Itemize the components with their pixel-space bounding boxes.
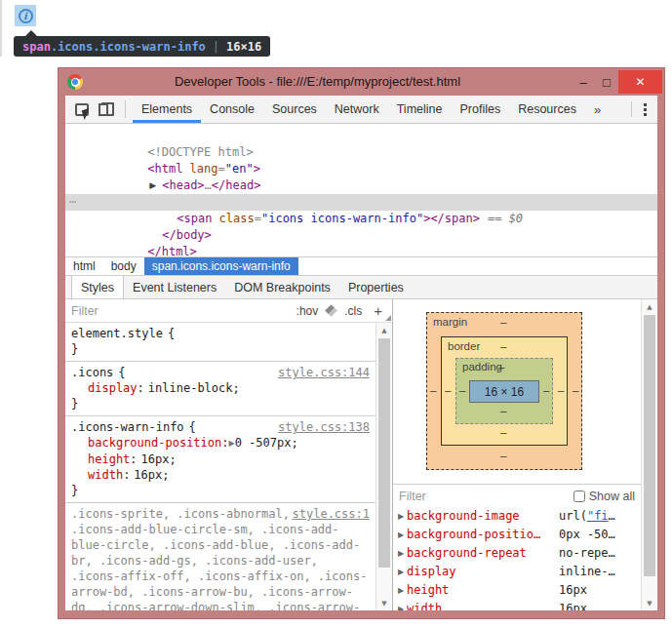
expand-arrow-icon[interactable]: ▶ — [395, 526, 407, 544]
pseudo-state-toggle[interactable]: :hov — [296, 304, 319, 318]
scroll-thumb[interactable] — [378, 338, 390, 568]
dom-node-head[interactable]: ▶<head>…</head> — [65, 161, 657, 177]
padding-left-value[interactable]: – — [459, 384, 465, 396]
close-button[interactable]: ✕ — [618, 70, 662, 94]
box-model: 16 × 16 margin border padding – – – – – … — [393, 299, 641, 485]
devtools-toolbar: Elements Console Sources Network Timelin… — [65, 96, 657, 124]
stylesheet-link[interactable]: style.css:144 — [278, 365, 370, 380]
computed-pane: 16 × 16 margin border padding – – – – – … — [393, 299, 657, 610]
style-rule-element-style[interactable]: element.style{ } — [65, 323, 376, 361]
margin-right-value[interactable]: – — [573, 384, 578, 396]
style-rule-sprite-list[interactable]: style.css:1.icons-sprite, .icons-abnorma… — [65, 502, 376, 610]
scroll-up-icon[interactable]: ▲ — [642, 299, 657, 314]
tab-console[interactable]: Console — [201, 96, 263, 123]
margin-top-value[interactable]: – — [500, 316, 506, 328]
box-model-content[interactable]: 16 × 16 — [469, 380, 539, 403]
device-mode-icon[interactable] — [101, 102, 114, 116]
padding-top-value[interactable]: – — [498, 361, 504, 373]
styles-scrollbar[interactable]: ▲ ▼ — [376, 323, 392, 610]
border-left-value[interactable]: – — [445, 384, 451, 396]
css-property[interactable]: background-position:▶0 -507px; — [71, 435, 370, 451]
computed-row[interactable]: ▶ background-image url("fi… — [393, 507, 641, 526]
scroll-down-icon[interactable]: ▼ — [642, 596, 657, 610]
padding-bottom-value[interactable]: – — [500, 405, 506, 416]
computed-row[interactable]: ▶ display inline-… — [393, 563, 641, 581]
page-edge — [0, 0, 2, 57]
tab-sources[interactable]: Sources — [263, 96, 326, 123]
crumb-body[interactable]: body — [103, 257, 144, 275]
inspect-element-icon[interactable] — [75, 103, 89, 116]
tooltip-classes: .icons.icons-warn-info — [51, 40, 206, 54]
computed-filter-row: Show all — [393, 485, 641, 507]
maximize-button[interactable]: □ — [595, 70, 618, 94]
styles-filter-input[interactable] — [71, 304, 292, 318]
titlebar[interactable]: Developer Tools - file:///E:/temp/myproj… — [59, 68, 664, 96]
expand-arrow-icon[interactable]: ▶ — [395, 600, 407, 610]
minimize-button[interactable]: – — [572, 70, 595, 94]
dom-node-doctype[interactable]: <!DOCTYPE html> — [65, 128, 657, 144]
tab-timeline[interactable]: Timeline — [388, 96, 452, 123]
toolbar-separator — [125, 100, 126, 118]
style-rule-icons-warn-info[interactable]: style.css:138.icons-warn-info{ backgroun… — [65, 415, 376, 502]
tab-resources[interactable]: Resources — [509, 96, 585, 123]
margin-left-value[interactable]: – — [430, 384, 436, 396]
crumb-span-selected[interactable]: span.icons.icons-warn-info — [144, 257, 298, 275]
computed-row[interactable]: ▶ background-repeat no-repe… — [393, 544, 641, 563]
dom-node-html-open[interactable]: <html lang="en"> — [65, 144, 657, 161]
expand-arrow-icon[interactable]: ▶ — [395, 507, 407, 526]
dom-node-html-close[interactable]: </html> — [65, 227, 657, 244]
dom-node-span-selected[interactable]: ⋯<span class="icons icons-warn-info"></s… — [65, 194, 657, 211]
border-label: border — [448, 340, 480, 352]
tab-styles[interactable]: Styles — [71, 276, 124, 298]
tab-dom-breakpoints[interactable]: DOM Breakpoints — [225, 276, 339, 298]
computed-properties-list: ▶ background-image url("fi… ▶ background… — [393, 507, 641, 610]
stylesheet-link[interactable]: style.css:138 — [278, 419, 370, 435]
tab-elements[interactable]: Elements — [133, 96, 201, 123]
crumb-html[interactable]: html — [65, 257, 103, 275]
computed-filter-input[interactable] — [399, 490, 573, 503]
scroll-down-icon[interactable]: ▼ — [376, 596, 392, 610]
style-rule-icons[interactable]: style.css:144.icons{ display:inline-bloc… — [65, 361, 376, 415]
computed-row[interactable]: ▶ width 16px — [393, 600, 641, 610]
tooltip-arrow-icon — [24, 30, 38, 37]
element-state-icon[interactable] — [325, 304, 337, 317]
scroll-up-icon[interactable]: ▲ — [376, 323, 392, 337]
sidebar-panes: :hov .cls + element.style{ } — [65, 299, 657, 610]
resize-grip-icon[interactable] — [385, 315, 391, 321]
computed-row[interactable]: ▶ background-positio… 0px -50… — [393, 526, 641, 544]
margin-bottom-value[interactable]: – — [500, 450, 506, 461]
stylesheet-link[interactable]: style.css:1 — [293, 506, 370, 522]
border-right-value[interactable]: – — [558, 384, 564, 396]
expand-arrow-icon[interactable]: ▶ — [395, 544, 407, 563]
padding-right-value[interactable]: – — [543, 384, 549, 396]
tabs-overflow-chevron-icon[interactable]: » — [585, 96, 610, 123]
css-property[interactable]: height:16px; — [71, 451, 370, 467]
show-all-checkbox[interactable] — [573, 491, 585, 502]
css-property[interactable]: width:16px; — [71, 467, 370, 483]
element-info-tooltip: span.icons.icons-warn-info | 16×16 — [14, 36, 270, 57]
warn-info-icon[interactable]: i — [19, 9, 33, 23]
class-toggle[interactable]: .cls — [344, 304, 362, 318]
css-property[interactable]: display:inline-block; — [71, 380, 370, 396]
tab-profiles[interactable]: Profiles — [451, 96, 509, 123]
tab-network[interactable]: Network — [326, 96, 388, 123]
resource-link[interactable]: "fi — [587, 509, 609, 523]
screenshot-root: i span.icons.icons-warn-info | 16×16 Dev… — [0, 0, 672, 628]
gutter-dots-icon: ⋯ — [69, 194, 76, 211]
show-all-label: Show all — [589, 490, 635, 503]
expand-arrow-icon[interactable]: ▶ — [395, 581, 407, 600]
tab-event-listeners[interactable]: Event Listeners — [124, 276, 225, 298]
border-bottom-value[interactable]: – — [500, 426, 506, 438]
expand-arrow-icon[interactable]: ▶ — [395, 563, 407, 581]
tab-properties[interactable]: Properties — [339, 276, 413, 298]
new-style-rule-button[interactable]: + — [374, 302, 382, 319]
border-top-value[interactable]: – — [500, 340, 506, 352]
scroll-thumb[interactable] — [644, 315, 655, 576]
computed-scrollbar[interactable]: ▲ ▼ — [641, 299, 657, 610]
dom-node-body-close[interactable]: </body> — [65, 211, 657, 227]
dom-node-body-open[interactable]: ▼<body> — [65, 177, 657, 194]
tooltip-separator: | — [213, 40, 219, 54]
overflow-menu-icon[interactable] — [632, 103, 657, 116]
computed-row[interactable]: ▶ height 16px — [393, 581, 641, 600]
panel-tabs: Elements Console Sources Network Timelin… — [133, 96, 610, 123]
